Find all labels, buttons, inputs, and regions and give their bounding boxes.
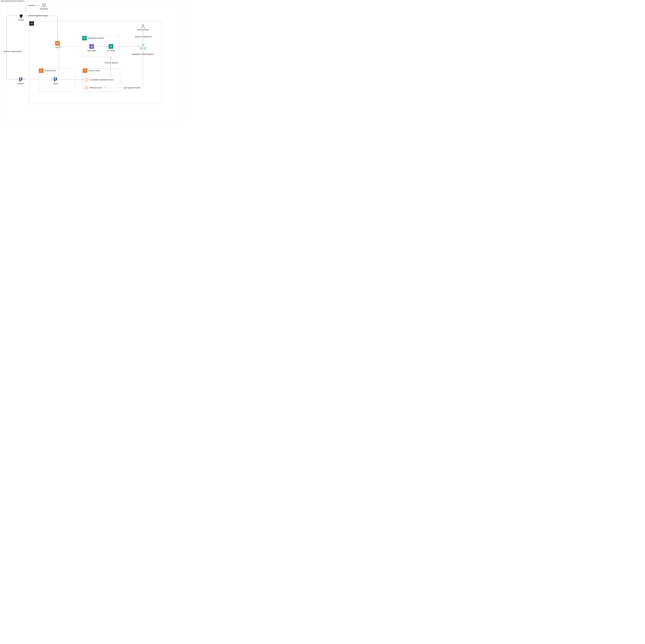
inference-server-label: inference-sever: [89, 87, 102, 89]
run-pipeline-label: run-pipeline (standalone task): [89, 79, 113, 81]
shared-cluster-title: shared-cluster: [45, 69, 56, 71]
data-scientist-label: Data Scientist: [137, 29, 148, 31]
svg-point-0: [42, 4, 44, 5]
piped-label: piped: [53, 82, 58, 84]
svg-rect-5: [91, 46, 91, 47]
developer-label: Developer: [40, 8, 48, 10]
svg-point-11: [143, 45, 144, 45]
pipecd-label: PipeCD: [18, 82, 24, 84]
model-registry-label: SageMaker Model Registry: [132, 53, 154, 55]
edge-approve-label: Approve Deployment: [134, 36, 152, 38]
pipecd-icon: [19, 77, 23, 82]
svg-point-9: [111, 46, 111, 47]
svg-point-1: [44, 4, 45, 5]
ecs-cluster-icon: [39, 68, 43, 73]
svg-point-3: [83, 37, 85, 39]
github-icon: [19, 13, 23, 18]
svg-rect-7: [92, 45, 92, 47]
data-steps-label: Data Steps: [87, 49, 96, 52]
edge-execute-pipeline-label: execute pipeline: [104, 62, 118, 64]
svg-point-13: [145, 48, 145, 49]
svg-point-12: [141, 48, 142, 49]
aws-logo-text: aws: [30, 23, 33, 24]
svg-point-10: [142, 24, 144, 26]
ecs-task-icon: [84, 78, 88, 81]
piped-icon: [53, 77, 58, 82]
svg-point-2: [56, 78, 57, 79]
sagemaker-pipeline-group: SageMaker Pipeline: [82, 36, 120, 57]
ecr-icon: [55, 41, 60, 46]
sagemaker-pipeline-title: SageMaker Pipeline: [88, 37, 104, 39]
ecs-task-icon: [84, 86, 88, 89]
edge-commit-label: Commit: [28, 4, 34, 6]
ml-steps-label: ML Steps: [107, 49, 115, 52]
ecr-label: ECR: [56, 46, 60, 48]
service-cluster-title: service-cluster: [88, 69, 100, 71]
edge-pipeline-image-update-label: pipeline-image-update: [3, 50, 22, 52]
diagram-canvas: AWS SageMaker Pipelines CI/CD Flow piped…: [0, 0, 186, 124]
model-registry-icon: [139, 43, 147, 51]
edge-get-model-label: get registered model: [123, 87, 141, 89]
svg-rect-6: [91, 46, 92, 47]
sagemaker-icon: [82, 36, 87, 40]
edge-promote-label: promote-pipeline-image: [29, 15, 48, 17]
users-icon: [41, 3, 46, 8]
aws-logo-icon: aws: [29, 21, 34, 26]
user-icon: [141, 24, 146, 29]
svg-point-14: [21, 78, 22, 79]
ecs-cluster-icon: [83, 68, 87, 73]
svg-point-4: [84, 38, 85, 39]
data-steps-icon: [89, 44, 94, 49]
ml-steps-icon: [109, 44, 113, 49]
svg-point-8: [110, 45, 112, 47]
github-label: GitHub: [18, 19, 24, 21]
